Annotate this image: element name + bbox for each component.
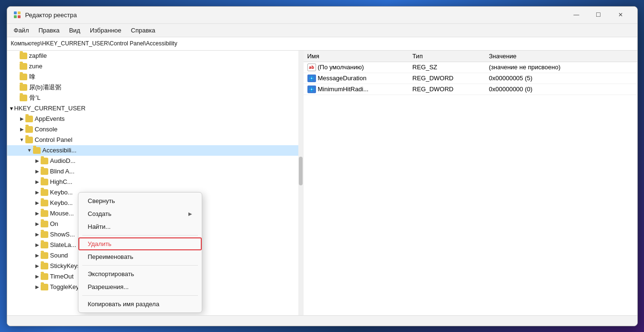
tree-item-chinese1[interactable]: 嗱 [7, 72, 303, 82]
submenu-arrow-icon: ▶ [188, 211, 192, 216]
svg-rect-1 [18, 11, 21, 14]
ctx-copy-name[interactable]: Копировать имя раздела [78, 298, 202, 311]
folder-icon [41, 273, 48, 280]
folder-icon [41, 210, 48, 217]
menu-file[interactable]: Файл [9, 25, 34, 36]
ctx-separator-3 [82, 295, 198, 296]
ctx-rename[interactable]: Переименовать [78, 250, 202, 263]
ctx-separator-1 [82, 235, 198, 236]
reg-dword-icon2: 💠 [307, 86, 316, 93]
tree-item-blind-a[interactable]: ▶ Blind A... [7, 166, 303, 177]
menu-edit[interactable]: Правка [33, 25, 64, 36]
reg-sz-icon: ab [307, 64, 316, 71]
folder-icon [20, 53, 27, 59]
tree-item-zune[interactable]: zune [7, 61, 303, 72]
folder-icon [33, 147, 41, 154]
reg-row-msgdur: 💠 MessageDuration [307, 75, 405, 82]
menu-bar: Файл Правка Вид Избранное Справка [7, 24, 637, 37]
folder-icon [41, 179, 48, 185]
ctx-create[interactable]: Создать ▶ [78, 207, 202, 220]
tree-item-chinese3[interactable]: 骨ˈL [7, 93, 303, 103]
maximize-button[interactable]: ☐ [588, 6, 610, 23]
ctx-find[interactable]: Найти... [78, 220, 202, 233]
ctx-permissions[interactable]: Разрешения... [78, 280, 202, 293]
ctx-export[interactable]: Экспортировать [78, 268, 202, 280]
svg-rect-3 [18, 15, 21, 18]
folder-icon [41, 158, 48, 164]
table-row[interactable]: ab (По умолчанию) REG_SZ (значение не пр… [304, 62, 637, 73]
col-name: Имя [304, 51, 409, 62]
menu-help[interactable]: Справка [126, 25, 160, 36]
left-pane-scrollbar[interactable] [298, 51, 304, 315]
window-controls: — ☐ ✕ [566, 6, 632, 23]
folder-icon [41, 200, 48, 206]
col-value: Значение [485, 51, 637, 62]
folder-icon [25, 137, 33, 143]
tree-item-chinese2[interactable]: 尿(b)㶚退㣃 [7, 82, 303, 93]
folder-icon [20, 95, 27, 101]
folder-icon [20, 84, 27, 91]
title-bar: Редактор реестра — ☐ ✕ [7, 7, 637, 24]
folder-icon [20, 74, 27, 80]
folder-icon [41, 263, 48, 269]
hkey-current-user[interactable]: ▼ HKEY_CURRENT_USER [7, 103, 303, 114]
folder-icon [20, 63, 27, 70]
context-menu: Свернуть Создать ▶ Найти... Удалить Пере… [78, 192, 202, 313]
table-row[interactable]: 💠 MessageDuration REG_DWORD 0x00000005 (… [304, 73, 637, 84]
table-row[interactable]: 💠 MinimumHitRadi... REG_DWORD 0x00000000… [304, 84, 637, 95]
close-button[interactable]: ✕ [610, 6, 632, 23]
folder-icon [41, 252, 48, 259]
tree-item-control-panel[interactable]: ▼ Control Panel [7, 135, 303, 145]
ctx-collapse[interactable]: Свернуть [78, 194, 202, 207]
ctx-separator-2 [82, 265, 198, 266]
registry-editor-window: Редактор реестра — ☐ ✕ Файл Правка Вид И… [7, 6, 638, 326]
status-bar [7, 315, 637, 326]
svg-rect-0 [14, 11, 17, 14]
reg-dword-icon: 💠 [307, 75, 316, 82]
folder-icon [41, 242, 48, 248]
folder-icon [41, 284, 48, 290]
tree-item-accessibility[interactable]: ▼ Accessibili... [7, 145, 303, 156]
tree-item-zapfile[interactable]: zapfile [7, 51, 303, 61]
reg-row-minradius: 💠 MinimumHitRadi... [307, 86, 405, 93]
reg-row-default: ab (По умолчанию) [307, 64, 405, 71]
folder-icon [25, 116, 33, 122]
folder-icon [41, 189, 48, 196]
minimize-button[interactable]: — [566, 6, 588, 23]
scrollbar-thumb [299, 157, 303, 185]
address-bar: Компьютер\HKEY_CURRENT_USER\Control Pane… [7, 37, 637, 51]
app-icon [13, 11, 22, 19]
tree-item-highc[interactable]: ▶ HighC... [7, 177, 303, 187]
tree-item-console[interactable]: ▶ Console [7, 124, 303, 135]
svg-rect-2 [14, 15, 17, 18]
tree-item-audiod[interactable]: ▶ AudioD... [7, 156, 303, 166]
registry-values-pane: Имя Тип Значение ab (По умолчанию) [304, 51, 637, 315]
window-title: Редактор реестра [25, 11, 566, 19]
ctx-delete[interactable]: Удалить [78, 237, 202, 250]
folder-icon [41, 221, 48, 227]
folder-icon [25, 126, 33, 133]
col-type: Тип [409, 51, 485, 62]
main-content: zapfile zune 嗱 尿(b)㶚退㣃 骨ˈL [7, 51, 637, 315]
address-text: Компьютер\HKEY_CURRENT_USER\Control Pane… [11, 40, 177, 47]
folder-icon [41, 168, 48, 175]
menu-favorites[interactable]: Избранное [85, 25, 126, 36]
menu-view[interactable]: Вид [64, 25, 85, 36]
tree-item-appevents[interactable]: ▶ AppEvents [7, 114, 303, 124]
folder-icon [41, 231, 48, 238]
